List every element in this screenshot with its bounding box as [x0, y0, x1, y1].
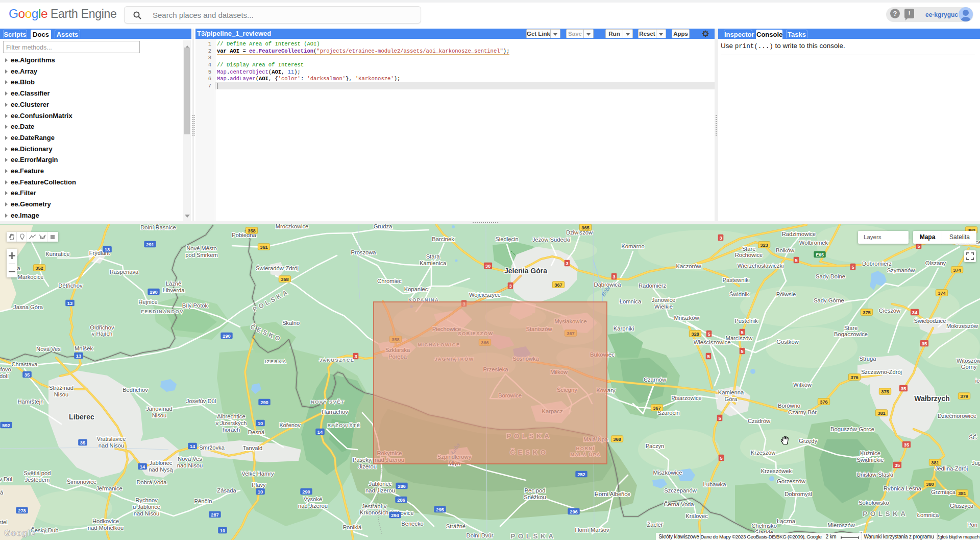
svg-text:3: 3	[354, 354, 357, 359]
svg-text:14: 14	[140, 464, 145, 469]
svg-text:Oldřichov: Oldřichov	[90, 324, 114, 331]
svg-text:286: 286	[397, 498, 405, 503]
svg-text:Světlá pod: Světlá pod	[24, 470, 51, 476]
svg-text:381: 381	[877, 411, 886, 416]
svg-text:Siedlęcin: Siedlęcin	[495, 236, 518, 242]
svg-text:E65: E65	[816, 252, 824, 257]
svg-text:5: 5	[707, 332, 710, 337]
svg-text:Komarno: Komarno	[621, 243, 644, 249]
svg-text:Łomnica: Łomnica	[917, 512, 939, 518]
svg-text:30: 30	[485, 264, 491, 269]
svg-text:Kuźnice: Kuźnice	[860, 450, 880, 456]
svg-text:Witków: Witków	[793, 382, 812, 388]
svg-text:Vratislavice: Vratislavice	[97, 436, 126, 442]
svg-text:Rybnica Leśna: Rybnica Leśna	[884, 485, 922, 491]
svg-text:Karpniki: Karpniki	[614, 325, 634, 332]
svg-text:Stráž nad: Stráž nad	[49, 385, 74, 391]
svg-text:Chełmsko: Chełmsko	[751, 523, 777, 529]
svg-text:Jeřmanice: Jeřmanice	[96, 485, 122, 491]
svg-text:35: 35	[895, 463, 900, 468]
svg-text:v Hájích: v Hájích	[92, 331, 112, 337]
svg-text:Stare: Stare	[844, 325, 858, 331]
svg-text:13: 13	[105, 247, 110, 252]
svg-text:3: 3	[612, 274, 615, 279]
svg-text:5: 5	[851, 265, 854, 270]
svg-text:Warunki korzystania z programu: Warunki korzystania z programu	[864, 534, 934, 539]
svg-text:2 km: 2 km	[825, 534, 836, 539]
svg-text:Tanvald: Tanvald	[243, 445, 263, 451]
svg-text:Świeradów-Zdrój: Świeradów-Zdrój	[256, 265, 299, 271]
svg-text:34: 34	[912, 310, 918, 315]
svg-text:286: 286	[398, 484, 406, 489]
svg-text:Zásada: Zásada	[217, 487, 236, 494]
svg-text:IZERKA: IZERKA	[264, 359, 286, 364]
svg-text:Stara: Stara	[426, 253, 440, 260]
svg-text:Głuszyca: Głuszyca	[950, 503, 974, 509]
svg-text:35: 35	[901, 386, 906, 391]
svg-text:Krzeszówek: Krzeszówek	[761, 468, 792, 474]
svg-text:Rychnov: Rychnov	[135, 497, 158, 503]
svg-text:35: 35	[24, 372, 30, 378]
svg-text:Mníšek: Mníšek	[75, 345, 93, 351]
svg-text:Jug: Jug	[972, 460, 980, 466]
svg-text:35: 35	[80, 440, 85, 445]
svg-text:ofovo: ofovo	[0, 366, 11, 372]
svg-text:Wielkie: Wielkie	[654, 303, 673, 310]
svg-text:Grzmiąca: Grzmiąca	[931, 489, 956, 495]
svg-text:Skróty klawiszowe: Skróty klawiszowe	[658, 534, 699, 539]
svg-text:Albrechtice: Albrechtice	[217, 413, 245, 419]
svg-text:Mniszków: Mniszków	[674, 315, 699, 321]
svg-text:Pastewnik: Pastewnik	[723, 277, 749, 283]
svg-text:nad Jizerou: nad Jizerou	[365, 487, 395, 494]
svg-text:Mroczkowice: Mroczkowice	[276, 224, 309, 229]
svg-text:Łączna: Łączna	[777, 518, 796, 524]
svg-text:Dobromierz: Dobromierz	[862, 261, 892, 267]
svg-text:Półwsie: Półwsie	[776, 291, 796, 297]
svg-text:5: 5	[720, 456, 722, 461]
svg-text:294: 294	[391, 513, 399, 518]
svg-text:Kaczorów: Kaczorów	[676, 263, 701, 269]
svg-text:291: 291	[146, 242, 154, 247]
svg-text:376: 376	[850, 375, 859, 380]
svg-text:dolí: dolí	[0, 373, 9, 379]
svg-text:3: 3	[719, 236, 722, 241]
svg-text:295: 295	[436, 507, 444, 512]
svg-text:10: 10	[258, 421, 263, 426]
svg-text:Miszkowice: Miszkowice	[653, 469, 682, 476]
svg-text:Czarnów: Czarnów	[644, 377, 667, 383]
svg-text:13: 13	[67, 301, 72, 306]
svg-text:5: 5	[917, 244, 920, 249]
svg-text:10: 10	[258, 489, 263, 495]
svg-text:5: 5	[718, 416, 721, 421]
svg-text:Bolków: Bolków	[776, 247, 795, 253]
svg-text:Jablonec: Jablonec	[369, 481, 392, 487]
svg-text:Gostków: Gostków	[776, 339, 799, 345]
svg-text:328: 328	[691, 332, 699, 337]
svg-text:Krzeszów: Krzeszów	[751, 450, 776, 456]
svg-text:Łomnica: Łomnica	[620, 298, 642, 304]
svg-text:Bogaczowice: Bogaczowice	[834, 331, 868, 337]
svg-text:Wolbromek: Wolbromek	[799, 240, 828, 246]
svg-text:Horní Albeřice: Horní Albeřice	[595, 491, 630, 497]
svg-text:Lubawka: Lubawka	[703, 481, 727, 487]
svg-text:Kamienica: Kamienica	[420, 260, 447, 266]
svg-text:368: 368	[613, 437, 621, 442]
svg-text:á: á	[0, 489, 4, 496]
svg-text:Czarny Bór: Czarny Bór	[788, 409, 817, 415]
svg-text:Desná: Desná	[248, 429, 265, 435]
svg-text:Paczyn: Paczyn	[646, 443, 665, 449]
svg-text:381: 381	[958, 491, 966, 496]
svg-text:Nisou: Nisou	[54, 391, 69, 397]
svg-text:Lázně: Lázně	[166, 280, 181, 287]
svg-text:Markocice: Markocice	[18, 274, 44, 280]
svg-text:nad Nisou: nad Nisou	[99, 442, 124, 449]
svg-text:Google: Google	[4, 529, 35, 537]
svg-text:Vysoké: Vysoké	[304, 496, 322, 502]
svg-text:Bedřichov: Bedřichov	[122, 387, 148, 393]
svg-text:Radzimowice: Radzimowice	[782, 231, 816, 237]
svg-text:379: 379	[960, 394, 968, 399]
svg-text:v Jizerských: v Jizerských	[216, 420, 247, 426]
svg-text:Górny: Górny	[961, 364, 977, 370]
svg-text:Sokołowsko: Sokołowsko	[859, 500, 889, 506]
svg-text:Krkonoších: Krkonoších	[360, 509, 388, 515]
